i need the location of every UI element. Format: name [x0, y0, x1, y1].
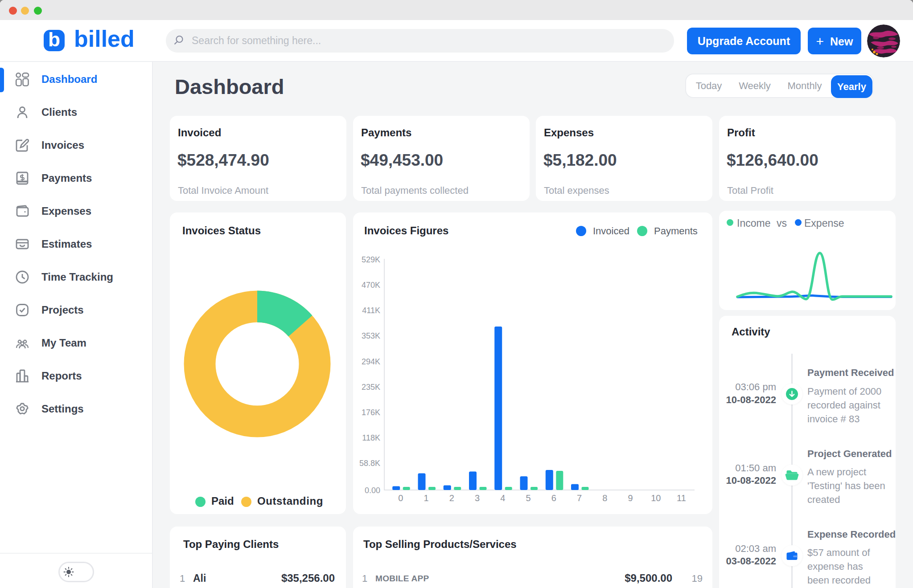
svg-text:470K: 470K [362, 281, 380, 290]
svg-text:353K: 353K [362, 331, 380, 340]
svg-text:5: 5 [526, 493, 531, 503]
svg-text:58.8K: 58.8K [359, 459, 380, 468]
svg-text:294K: 294K [362, 357, 380, 366]
svg-text:235K: 235K [362, 383, 380, 392]
svg-text:3: 3 [475, 493, 480, 503]
svg-text:0: 0 [398, 493, 403, 503]
svg-text:11: 11 [677, 493, 686, 503]
svg-text:10: 10 [651, 493, 661, 503]
svg-text:7: 7 [577, 493, 582, 503]
svg-text:8: 8 [602, 493, 607, 503]
svg-text:6: 6 [551, 493, 556, 503]
svg-text:118K: 118K [362, 433, 380, 442]
svg-text:9: 9 [628, 493, 633, 503]
svg-text:1: 1 [424, 493, 428, 503]
svg-text:2: 2 [449, 493, 454, 503]
svg-text:529K: 529K [362, 255, 380, 264]
svg-text:0.00: 0.00 [365, 486, 380, 495]
svg-text:176K: 176K [362, 408, 380, 417]
svg-text:4: 4 [500, 493, 505, 503]
svg-text:411K: 411K [362, 306, 380, 315]
